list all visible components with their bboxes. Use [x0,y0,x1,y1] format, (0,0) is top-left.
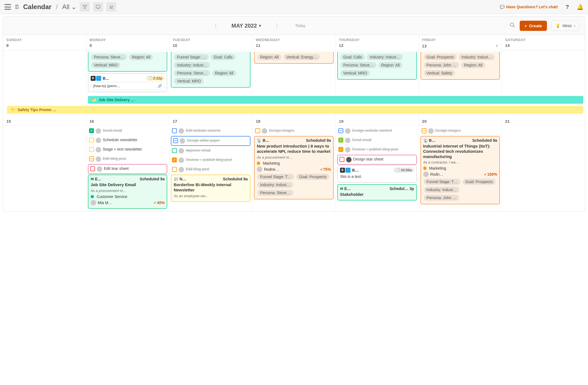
checkbox[interactable] [90,166,95,171]
week-header: SUNDAY8 MONDAY9 TUESDAY10 WEDNESDAY11 TH… [3,35,585,50]
event-card[interactable]: Goal: Calls Industry: Indust… Persona: S… [337,52,417,80]
menu-button[interactable] [4,4,11,10]
day-date: 17 [172,119,249,124]
checkbox[interactable] [255,128,260,133]
view-selector[interactable]: All ⌄ [62,3,77,11]
chevron-right-icon: › [574,23,575,28]
day-cell[interactable]: Region: All Vertical: Energy… [252,51,336,95]
add-button[interactable]: + [495,43,498,49]
checkbox[interactable] [172,167,177,172]
checkbox[interactable] [339,157,344,162]
task-item[interactable]: ✓Review + publish blog post [171,156,250,165]
task-item[interactable]: Design images [254,127,334,135]
social-text: {how-to} {perm…🔗 [91,82,165,90]
day-cell[interactable] [3,51,86,95]
chat-link[interactable]: 💬 Have Questions? Let's chat! [500,5,558,9]
owner-name: Rodne… [264,167,279,172]
schedule-time: 8a [244,177,248,181]
search-button[interactable] [510,22,515,29]
checkbox[interactable]: ✓ [338,138,343,143]
checkbox[interactable] [172,148,177,153]
prev-month-button[interactable]: 〈 [208,21,220,31]
day-cell[interactable]: Funnel Stage: … Goal: Calls Industry: In… [169,51,252,95]
share-button[interactable] [106,2,116,12]
day-cell[interactable]: Goal: Prospects Industry: Indust… Person… [419,51,502,95]
day-cell[interactable]: Design website content ✓Send email ✓Revi… [336,125,419,212]
event-card[interactable]: Persona: Steve… Region: All Vertical: MR… [88,52,168,72]
task-item[interactable]: ✓Send email [88,127,168,135]
avatar [428,128,434,134]
day-date: 11 [256,43,332,48]
day-cell[interactable] [502,125,585,212]
day-cell[interactable]: Persona: Steve… Region: All Vertical: MR… [86,51,169,95]
task-item[interactable]: ✓Send email [337,136,417,145]
display-button[interactable] [93,2,103,12]
task-item[interactable]: Stage + test newsletter [88,145,168,154]
tag: Goal: Prospects [296,174,329,180]
task-item[interactable]: Design tear sheet [337,155,417,165]
event-card[interactable]: Funnel Stage: … Goal: Calls Industry: In… [171,52,250,88]
day-cell[interactable] [3,125,86,212]
task-item[interactable]: Approve email [171,146,250,155]
today-button[interactable]: Today [295,23,305,28]
day-cell[interactable]: Edit website content Design white paper … [169,125,252,212]
checkbox[interactable] [89,138,94,143]
ideas-button[interactable]: 💡 Ideas › [551,20,579,31]
task-item[interactable]: Design website content [337,127,417,135]
event-card[interactable]: 📡B…Scheduled 9a Industrial Internet of T… [420,136,500,204]
task-item[interactable]: ✓Review + publish blog post [337,145,417,154]
create-button[interactable]: + Create [520,21,547,31]
checkbox[interactable] [422,128,427,133]
task-item[interactable]: Edit tear sheet [88,164,168,174]
social-card[interactable]: B🐦 B… 🕐10:56a this is a test. [337,165,417,183]
event-card[interactable]: ✉E…Schedul… 3p Stakeholder [337,184,417,200]
task-item[interactable]: Edit blog post [171,165,250,174]
category-dot [423,167,427,170]
day-name: SATURDAY [505,38,582,42]
avatar [179,167,184,172]
card-type: B… [429,138,436,143]
day-name: FRIDAY [422,38,498,42]
progress-pct: 100% [487,172,497,177]
notifications-button[interactable]: 🔔 [577,4,584,10]
task-text: Design white paper [187,138,248,143]
event-card[interactable]: 📰N…Scheduled 8a Borderline Bi-Weekly Int… [171,175,250,202]
tag: Persona: John … [424,195,459,201]
checkbox[interactable] [338,128,343,133]
event-title: Borderline Bi-Weekly Internal Newsletter [174,182,248,193]
task-item[interactable]: Edit website content [171,127,250,135]
event-card[interactable]: Region: All Vertical: Energy… [254,52,334,64]
task-item[interactable]: Schedule newsletter [88,136,168,145]
task-item[interactable]: Design white paper [171,136,250,146]
checkbox[interactable] [173,138,178,143]
day-cell[interactable]: Design images 📡B…Scheduled 9a New produc… [252,125,336,212]
day-cell[interactable]: Goal: Calls Industry: Indust… Persona: S… [336,51,419,95]
event-card[interactable]: Goal: Prospects Industry: Indust… Person… [420,52,500,80]
campaign-banner[interactable]: 📁Job Site Delivery … [88,96,583,104]
event-card[interactable]: 📡B…Scheduled 9a New product introduction… [254,136,334,199]
day-cell[interactable] [502,51,585,95]
task-text: Edit blog post [186,167,249,172]
social-card[interactable]: B🐦 B… 🕐2:22p {how-to} {perm…🔗 [88,73,168,92]
folder-icon: 📁 [92,98,96,102]
tag: Vertical: MRO [341,70,370,76]
filter-button[interactable] [80,2,90,12]
task-text: Design images [269,128,333,133]
day-cell[interactable]: ✓Send email Schedule newsletter Stage + … [86,125,169,212]
help-button[interactable]: ? [566,4,569,10]
checkbox[interactable] [89,156,94,161]
checkbox[interactable]: ✓ [89,128,94,133]
checkbox[interactable]: ✓ [338,147,343,152]
event-card[interactable]: ✉E…Scheduled 9a Job Site Delivery Email … [88,175,168,209]
day-cell[interactable]: Design images 📡B…Scheduled 9a Industrial… [419,125,502,212]
checkbox[interactable]: ✓ [172,157,177,162]
task-item[interactable]: Edit blog post [88,155,168,164]
schedule-status: Scheduled [223,177,242,181]
checkbox[interactable] [89,147,94,152]
month-selector[interactable]: MAY 2022 ▾ [231,23,261,29]
social-badges: B🐦 [340,168,350,173]
next-month-button[interactable]: 〉 [272,21,284,31]
checkbox[interactable] [172,128,177,133]
campaign-banner[interactable]: 📁Safety Tips Promo … [7,106,583,114]
task-item[interactable]: Design images [420,127,500,135]
